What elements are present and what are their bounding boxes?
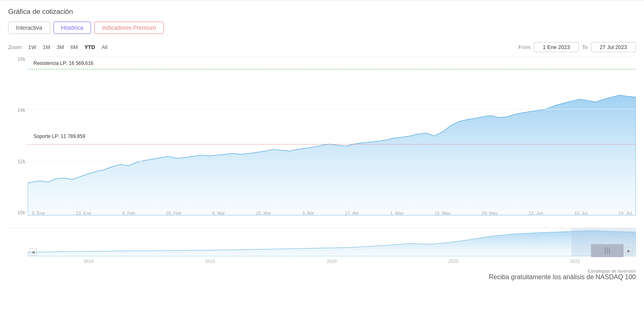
grid-line-1 — [28, 109, 636, 109]
grid-line-2 — [28, 161, 636, 162]
chart-svg — [28, 56, 636, 216]
mini-x-2014: 2014 — [84, 259, 93, 264]
mini-x-2016: 2016 — [205, 259, 215, 264]
zoom-ytd[interactable]: YTD — [81, 43, 98, 51]
main-chart-wrapper: 16k 14k 12k 10k Resistencia LP: 16 569,6… — [8, 56, 636, 228]
x-label-3: 20. Feb — [166, 211, 181, 216]
from-date-input[interactable] — [534, 42, 579, 52]
chart-plot: Resistencia LP: 16 569,616 Soporte LP: 1… — [28, 56, 636, 216]
x-label-0: 9. Ene — [32, 211, 45, 216]
zoom-label: Zoom — [8, 44, 22, 50]
mini-chart-plot: 2014 2016 2018 2020 2022 — [28, 228, 636, 256]
zoom-all[interactable]: All — [98, 43, 111, 51]
x-label-10: 29. May — [482, 211, 497, 216]
handle-line-3 — [609, 247, 610, 254]
footer-right: Estrategias de Inversión Reciba gratuita… — [489, 269, 636, 281]
to-label: To — [582, 44, 588, 50]
reciba-text: Reciba gratuitamente los análisis de NAS… — [489, 273, 636, 281]
main-chart-area: 16k 14k 12k 10k Resistencia LP: 16 569,6… — [8, 56, 636, 228]
to-date-input[interactable] — [591, 42, 636, 52]
tab-premium[interactable]: Indicadores Premium — [94, 22, 164, 34]
mini-x-2018: 2018 — [327, 259, 337, 264]
x-label-12: 10. Jul — [574, 211, 587, 216]
x-label-4: 6. Mar — [212, 211, 225, 216]
x-label-5: 20. Mar — [256, 211, 271, 216]
y-label-10k: 10k — [18, 210, 25, 216]
resistance-line — [28, 69, 636, 69]
y-label-16k: 16k — [18, 56, 25, 62]
mini-chart-wrapper: 2014 2016 2018 2020 2022 ◀ ▶ — [8, 228, 636, 265]
x-label-8: 1. May — [390, 211, 404, 216]
scroll-controls: ▶ — [591, 244, 633, 257]
mini-x-2020: 2020 — [449, 259, 458, 264]
y-label-12k: 12k — [18, 159, 25, 164]
x-axis: 9. Ene 23. Ene 6. Feb 20. Feb 6. Mar 20.… — [28, 204, 636, 216]
support-label: Soporte LP: 11 789,859 — [32, 133, 87, 140]
y-label-14k: 14k — [18, 107, 25, 113]
mini-x-2022: 2022 — [570, 259, 580, 264]
tab-row: Interactiva Histórica Indicadores Premiu… — [8, 22, 636, 34]
scroll-right-button[interactable]: ▶ — [625, 247, 633, 254]
bottom-row: Estrategias de Inversión Reciba gratuita… — [8, 267, 636, 281]
estrategias-link: Estrategias de Inversión — [489, 269, 636, 273]
x-label-13: 24. Jul — [619, 211, 632, 216]
zoom-3m[interactable]: 3M — [53, 43, 67, 51]
from-label: From — [518, 44, 531, 50]
x-label-11: 12. Jun — [529, 211, 543, 216]
scroll-handle[interactable] — [591, 244, 624, 257]
tab-interactiva[interactable]: Interactiva — [8, 22, 50, 34]
zoom-6m[interactable]: 6M — [67, 43, 81, 51]
handle-line-1 — [605, 247, 606, 254]
handle-line-2 — [607, 247, 608, 254]
mini-y-axis — [8, 228, 28, 265]
support-line — [28, 144, 636, 144]
zoom-1m[interactable]: 1M — [40, 43, 53, 51]
resistance-label: Resistencia LP: 16 569,616 — [32, 60, 95, 67]
tab-historica[interactable]: Histórica — [53, 22, 91, 34]
grid-line-top — [28, 56, 636, 57]
zoom-1w[interactable]: 1W — [25, 43, 40, 51]
x-label-2: 6. Feb — [122, 211, 135, 216]
section-title: Gráfica de cotización — [8, 8, 636, 16]
x-label-7: 17. Abr — [345, 211, 359, 216]
y-axis: 16k 14k 12k 10k — [8, 56, 28, 216]
zoom-row: Zoom 1W 1M 3M 6M YTD All From To — [8, 42, 636, 52]
x-label-6: 3. Abr — [302, 211, 314, 216]
mini-chart-svg — [28, 228, 636, 256]
x-label-9: 15. May — [435, 211, 451, 216]
x-label-1: 23. Ene — [76, 211, 91, 216]
main-container: Gráfica de cotización Interactiva Histór… — [0, 0, 644, 285]
scroll-left-button[interactable]: ◀ — [29, 248, 37, 256]
from-to-group: From To — [518, 42, 636, 52]
mini-x-axis: 2014 2016 2018 2020 2022 — [28, 259, 636, 264]
